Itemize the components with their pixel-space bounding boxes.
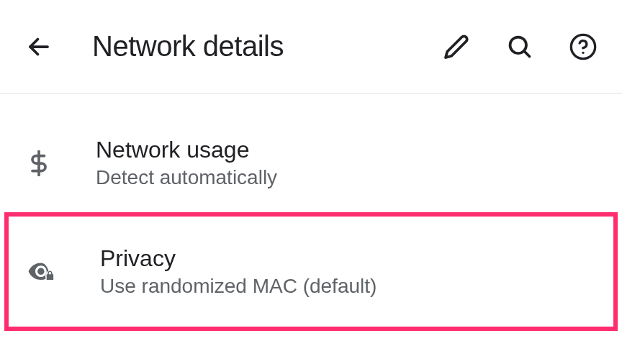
- setting-title: Network usage: [96, 137, 600, 163]
- setting-item-privacy[interactable]: Privacy Use randomized MAC (default): [4, 212, 618, 331]
- setting-subtitle: Detect automatically: [96, 166, 600, 189]
- search-icon: [507, 34, 533, 60]
- eye-lock-icon: [26, 255, 60, 289]
- pencil-icon: [443, 34, 469, 60]
- app-header: Network details: [0, 0, 622, 94]
- help-button[interactable]: [566, 29, 600, 64]
- back-button[interactable]: [22, 29, 56, 64]
- page-title: Network details: [92, 30, 439, 63]
- setting-item-network-usage[interactable]: Network usage Detect automatically: [0, 115, 622, 211]
- setting-subtitle: Use randomized MAC (default): [100, 275, 596, 298]
- edit-button[interactable]: [439, 29, 474, 64]
- search-button[interactable]: [502, 29, 537, 64]
- arrow-back-icon: [26, 34, 52, 60]
- help-icon: [569, 32, 598, 61]
- settings-content: Network usage Detect automatically Priva…: [0, 94, 622, 331]
- action-icons: [439, 29, 600, 64]
- setting-title: Privacy: [100, 245, 596, 272]
- setting-text: Network usage Detect automatically: [96, 137, 600, 189]
- setting-text: Privacy Use randomized MAC (default): [100, 245, 596, 298]
- dollar-icon: [22, 146, 56, 181]
- svg-line-2: [524, 51, 530, 57]
